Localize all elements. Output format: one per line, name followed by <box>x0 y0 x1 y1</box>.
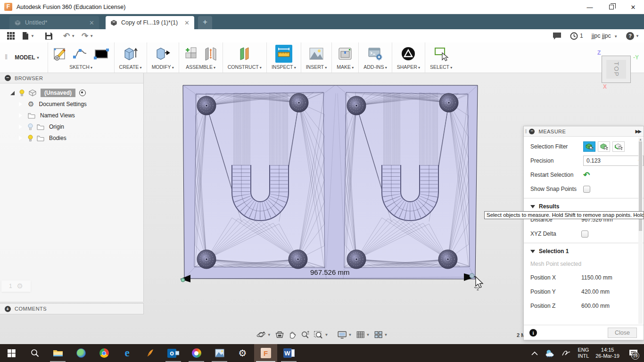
shaper-menu[interactable]: SHAPER <box>397 64 420 70</box>
expand-plus-icon[interactable]: + <box>5 306 11 312</box>
precision-select[interactable]: 0.123 <box>583 156 644 166</box>
construct-plane-button[interactable] <box>237 46 252 61</box>
ribbon-grip[interactable]: ‖ <box>5 53 8 73</box>
restore-button[interactable] <box>601 0 622 14</box>
edge-button[interactable]: e <box>116 344 139 362</box>
collapsed-triangle-icon[interactable] <box>19 113 22 118</box>
make-menu[interactable]: MAKE <box>337 64 354 70</box>
clock-date[interactable]: 14:15 26-Mar-19 <box>595 347 619 359</box>
tree-item-origin[interactable]: Origin <box>0 121 143 132</box>
measure-close-button[interactable]: Close <box>608 328 637 338</box>
mesh-model[interactable]: 967.526 mm <box>179 80 490 302</box>
create-menu[interactable]: CREATE <box>119 64 142 70</box>
weather-tray-icon[interactable] <box>545 349 555 357</box>
addins-scripts-button[interactable] <box>367 47 383 61</box>
new-component-button[interactable] <box>184 46 199 61</box>
expand-arrows-icon[interactable]: ▶▶ <box>636 129 641 134</box>
assemble-menu[interactable]: ASSEMBLE <box>186 64 215 70</box>
tree-root-unsaved[interactable]: (Unsaved) <box>0 87 143 99</box>
color-wheel-app-button[interactable] <box>185 344 208 362</box>
display-settings-button[interactable]: ▼ <box>338 331 352 339</box>
settings-button[interactable]: ⚙ <box>231 344 254 362</box>
collapsed-triangle-icon[interactable] <box>19 124 22 129</box>
save-button[interactable] <box>45 32 53 40</box>
collapse-icon[interactable]: – <box>529 129 535 134</box>
grid-snap-button[interactable]: ▼ <box>356 331 370 338</box>
select-menu[interactable]: SELECT <box>430 64 452 70</box>
selection1-section-header[interactable]: Selection 1 <box>524 245 644 257</box>
filter-body-button[interactable] <box>583 141 595 152</box>
xyz-delta-checkbox[interactable] <box>581 230 588 238</box>
zoom-window-button[interactable]: ▼ <box>314 330 329 339</box>
tree-item-bodies[interactable]: Bodies <box>0 132 143 144</box>
user-menu[interactable]: jjpc jjpc ▼ <box>592 33 618 39</box>
measure-dialog-header[interactable]: ‖ – MEASURE ▶▶ <box>524 126 644 137</box>
rectangle-button[interactable] <box>93 47 109 60</box>
extrude-button[interactable] <box>123 46 139 61</box>
outlook-button[interactable]: o <box>162 344 185 362</box>
tree-item-named-views[interactable]: Named Views <box>0 110 143 121</box>
redo-button[interactable]: ↷ ▼ <box>82 31 93 41</box>
visibility-bulb-icon-off[interactable] <box>28 123 33 131</box>
shaper-button[interactable] <box>401 46 416 61</box>
file-explorer-button[interactable] <box>46 344 69 362</box>
tab-untitled[interactable]: Untitled* ✕ <box>9 16 99 29</box>
modify-menu[interactable]: MODIFY <box>152 64 174 70</box>
collapse-icon[interactable]: – <box>5 75 11 81</box>
select-button[interactable] <box>434 46 449 61</box>
job-status-button[interactable]: 1 <box>570 32 583 40</box>
tab-close-icon[interactable]: ✕ <box>184 19 190 26</box>
view-cube-face[interactable]: TOP <box>606 60 626 79</box>
close-button[interactable]: ✕ <box>622 0 644 14</box>
info-icon[interactable]: i <box>529 329 537 337</box>
quill-app-button[interactable] <box>139 344 162 362</box>
construct-menu[interactable]: CONSTRUCT <box>228 64 262 70</box>
addins-menu[interactable]: ADD-INS <box>363 64 387 70</box>
activate-radio-icon[interactable] <box>79 90 86 96</box>
create-sketch-button[interactable] <box>53 46 68 61</box>
workspace-selector[interactable]: MODEL <box>10 42 47 73</box>
measure-button-active[interactable] <box>275 45 292 63</box>
browser-header[interactable]: – BROWSER <box>0 73 143 83</box>
joint-button[interactable] <box>204 46 218 61</box>
comments-bar[interactable]: + COMMENTS <box>0 303 144 314</box>
tree-item-document-settings[interactable]: ⚙ Document Settings <box>0 99 143 110</box>
feedback-icon[interactable] <box>553 32 561 40</box>
photos-button[interactable] <box>208 344 231 362</box>
word-button[interactable]: W <box>277 344 300 362</box>
undo-button[interactable]: ↶ ▼ <box>63 31 75 41</box>
collapsed-triangle-icon[interactable] <box>19 102 22 107</box>
app-grid-button[interactable] <box>7 32 15 40</box>
language-indicator[interactable]: ENG INTL <box>578 347 589 359</box>
look-at-button[interactable] <box>275 331 284 338</box>
tab-copy-of-file[interactable]: Copy of Fl...19 (1)*(1) ✕ <box>106 16 194 29</box>
inspect-menu[interactable]: INSPECT <box>272 64 296 70</box>
new-tab-button[interactable]: + <box>198 16 212 29</box>
snap-points-checkbox[interactable] <box>583 186 590 193</box>
file-menu-button[interactable]: ▼ <box>22 32 34 40</box>
press-pull-button[interactable] <box>155 46 171 61</box>
globe-app-button[interactable] <box>69 344 92 362</box>
start-button[interactable] <box>0 344 23 362</box>
insert-image-button[interactable] <box>309 47 324 60</box>
viewports-button[interactable]: ▼ <box>374 331 388 338</box>
visibility-bulb-icon[interactable] <box>19 90 25 97</box>
zoom-button[interactable] <box>301 330 310 339</box>
visibility-bulb-icon-on[interactable] <box>28 135 33 142</box>
pan-button[interactable] <box>289 330 297 339</box>
orbit-button[interactable]: ▼ <box>256 330 271 339</box>
root-document-label[interactable]: (Unsaved) <box>41 89 75 97</box>
tab-close-icon[interactable]: ✕ <box>89 19 94 26</box>
expanded-triangle-icon[interactable] <box>10 91 15 95</box>
spline-button[interactable] <box>73 47 89 61</box>
panel-grip[interactable]: ‖ <box>525 128 527 135</box>
filter-face-button[interactable] <box>598 141 610 152</box>
restart-selection-icon[interactable]: ↷ <box>583 170 590 180</box>
search-button[interactable] <box>23 344 46 362</box>
fusion-360-taskbar-button[interactable]: F <box>254 344 277 362</box>
sketch-menu[interactable]: SKETCH <box>69 64 92 70</box>
insert-menu[interactable]: INSERT <box>306 64 327 70</box>
help-menu[interactable]: ? ▼ <box>626 32 639 40</box>
scroll-up-arrow[interactable]: ▲ <box>639 138 642 141</box>
pen-tray-icon[interactable] <box>561 349 571 357</box>
